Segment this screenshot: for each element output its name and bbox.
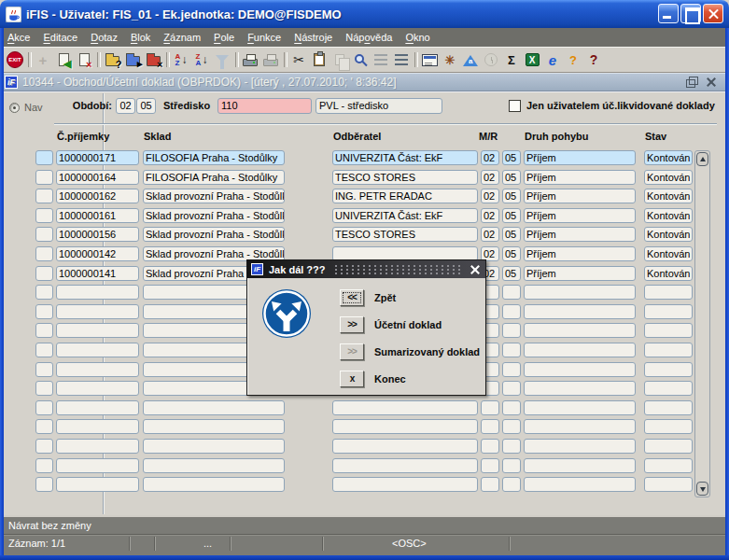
scroll-down-button[interactable] <box>696 482 708 496</box>
cell-druh-pohybu[interactable]: Příjem <box>524 189 636 203</box>
row-select[interactable] <box>35 381 53 396</box>
cell-mesic[interactable] <box>481 477 499 492</box>
obdobi-month-field[interactable]: 02 <box>116 98 135 114</box>
cell-sklad[interactable]: FILOSOFIA Praha - Stodůlky <box>143 150 285 165</box>
cell-odberatel[interactable] <box>332 439 478 454</box>
cell-odberatel[interactable]: UNIVERZITA Část: EkF <box>332 208 478 223</box>
excel-export-icon[interactable]: X <box>522 49 542 71</box>
menu-nastroje[interactable]: Nástroje <box>294 30 340 45</box>
cell-rok[interactable] <box>502 304 521 319</box>
cell-mesic[interactable]: 02 <box>481 208 499 223</box>
search-icon[interactable] <box>350 49 371 71</box>
insert-record-icon[interactable]: + <box>33 49 53 71</box>
chart-icon[interactable]: a <box>460 49 481 71</box>
cell-prijemky[interactable]: 1000000162 <box>56 189 139 203</box>
cell-stav[interactable]: Kontován <box>644 227 693 242</box>
cell-druh-pohybu[interactable] <box>524 343 636 357</box>
accept-record-icon[interactable]: ◀ <box>53 49 74 71</box>
row-select[interactable] <box>35 439 53 454</box>
cell-prijemky[interactable] <box>56 285 139 300</box>
row-select[interactable] <box>35 343 53 357</box>
cell-sklad[interactable] <box>143 400 285 415</box>
row-select[interactable] <box>35 458 53 473</box>
menu-pole[interactable]: Pole <box>214 30 242 45</box>
cell-rok[interactable]: 05 <box>502 189 521 203</box>
cell-sklad[interactable]: Sklad provozní Praha - Stodůlk <box>143 189 285 203</box>
obdobi-year-field[interactable]: 05 <box>136 98 156 114</box>
cell-sklad[interactable] <box>143 439 285 454</box>
list-icon[interactable] <box>371 49 391 71</box>
form-close-button[interactable] <box>705 77 719 89</box>
cell-rok[interactable] <box>502 285 521 300</box>
cell-odberatel[interactable] <box>332 419 478 434</box>
cell-stav[interactable]: Kontován <box>644 208 693 223</box>
cell-rok[interactable] <box>502 419 521 434</box>
person-card-icon[interactable] <box>419 49 440 71</box>
cell-sklad[interactable]: FILOSOFIA Praha - Stodůlky <box>143 170 285 185</box>
user-liquidated-checkbox[interactable] <box>509 100 521 112</box>
cancel-query-icon[interactable]: × <box>143 49 163 71</box>
cell-druh-pohybu[interactable]: Příjem <box>524 170 636 185</box>
cell-prijemky[interactable]: 1000000141 <box>56 266 139 281</box>
cell-mesic[interactable] <box>481 458 499 473</box>
cell-prijemky[interactable] <box>56 343 139 357</box>
menu-dotaz[interactable]: Dotaz <box>91 30 125 45</box>
key-help-icon[interactable]: ? <box>563 49 583 71</box>
cell-mesic[interactable] <box>481 419 499 434</box>
cell-sklad[interactable]: Sklad provozní Praha - Stodůlk <box>143 227 285 242</box>
cell-stav[interactable] <box>644 419 693 434</box>
cell-stav[interactable]: Kontován <box>644 266 693 281</box>
sort-descending-icon[interactable]: ZA↓ <box>191 49 212 71</box>
helm-icon[interactable]: ✳ <box>440 49 460 71</box>
cell-prijemky[interactable] <box>56 400 139 415</box>
cell-mesic[interactable]: 02 <box>481 227 499 242</box>
cell-prijemky[interactable] <box>56 381 139 396</box>
print-preview-icon[interactable] <box>260 49 281 71</box>
cell-mesic[interactable]: 02 <box>481 189 499 203</box>
zpet-button[interactable]: << <box>340 289 364 306</box>
cell-prijemky[interactable] <box>56 477 139 492</box>
sumarizovany-doklad-button[interactable]: >> <box>340 343 364 360</box>
cell-rok[interactable] <box>502 381 521 396</box>
cell-mesic[interactable] <box>481 400 499 415</box>
cell-odberatel[interactable] <box>332 477 478 492</box>
cell-prijemky[interactable]: 1000000164 <box>56 170 139 185</box>
cell-stav[interactable]: Kontován <box>644 150 693 165</box>
cell-druh-pohybu[interactable] <box>524 362 636 377</box>
web-browser-icon[interactable]: e <box>542 49 563 71</box>
row-select[interactable] <box>35 323 53 338</box>
cell-rok[interactable]: 05 <box>502 150 521 165</box>
cell-stav[interactable] <box>644 439 693 454</box>
cell-mesic[interactable] <box>481 439 499 454</box>
cell-druh-pohybu[interactable] <box>524 323 636 338</box>
cell-mesic[interactable]: 02 <box>481 150 499 165</box>
clock-icon[interactable] <box>481 49 501 71</box>
row-select[interactable] <box>35 400 53 415</box>
menu-akce[interactable]: Akce <box>7 30 37 45</box>
cell-prijemky[interactable] <box>56 419 139 434</box>
cell-stav[interactable]: Kontován <box>644 246 693 261</box>
menu-funkce[interactable]: Funkce <box>247 30 288 45</box>
cell-prijemky[interactable]: 1000000171 <box>56 150 139 165</box>
cell-stav[interactable] <box>644 343 693 357</box>
cell-stav[interactable] <box>644 323 693 338</box>
cell-rok[interactable] <box>502 343 521 357</box>
cell-druh-pohybu[interactable]: Příjem <box>524 150 636 165</box>
cell-stav[interactable] <box>644 477 693 492</box>
cell-druh-pohybu[interactable] <box>524 304 636 319</box>
cell-rok[interactable] <box>502 439 521 454</box>
stredisko-field[interactable]: 110 <box>217 98 312 114</box>
menu-napoveda[interactable]: Nápověda <box>345 30 400 45</box>
cell-druh-pohybu[interactable]: Příjem <box>524 227 636 242</box>
row-select[interactable] <box>35 266 53 281</box>
cell-stav[interactable] <box>644 362 693 377</box>
cell-prijemky[interactable]: 1000000142 <box>56 246 139 261</box>
cell-odberatel[interactable] <box>332 458 478 473</box>
cell-rok[interactable] <box>502 323 521 338</box>
cell-druh-pohybu[interactable] <box>524 458 636 473</box>
cell-druh-pohybu[interactable] <box>524 419 636 434</box>
cell-stav[interactable] <box>644 285 693 300</box>
cell-sklad[interactable]: Sklad provozní Praha - Stodůlk <box>143 208 285 223</box>
row-select[interactable] <box>35 362 53 377</box>
help-icon[interactable]: ? <box>583 49 604 71</box>
